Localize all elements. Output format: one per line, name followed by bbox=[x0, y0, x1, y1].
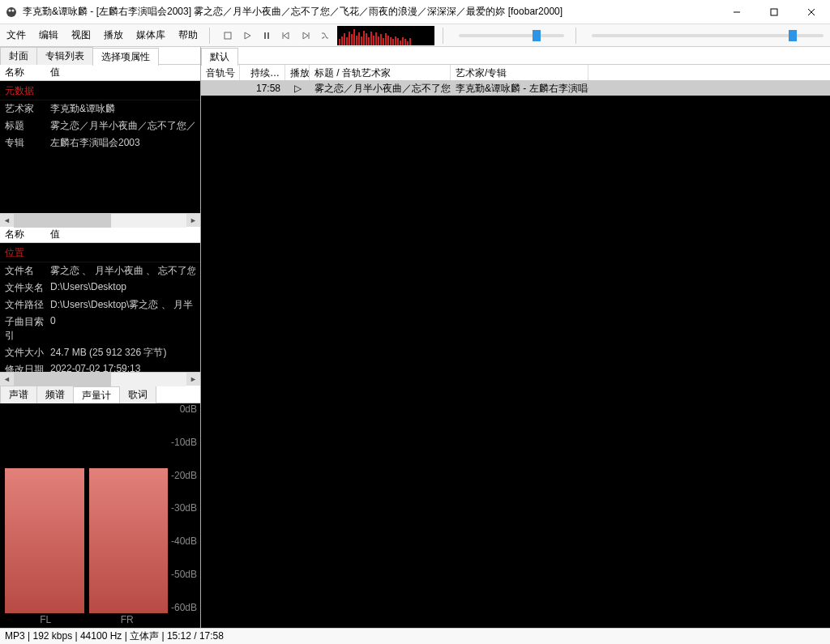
menu-help[interactable]: 帮助 bbox=[172, 24, 204, 46]
svg-marker-8 bbox=[245, 32, 250, 39]
svg-point-0 bbox=[6, 7, 16, 17]
left-pane: 封面 专辑列表 选择项属性 名称 值 元数据 艺术家李克勤&谭咏麟 标题雾之恋／… bbox=[0, 47, 201, 628]
hscrollbar[interactable]: ◄► bbox=[0, 372, 200, 386]
close-button[interactable] bbox=[793, 0, 830, 24]
menubar-toolbar: 文件 编辑 视图 播放 媒体库 帮助 bbox=[0, 24, 830, 47]
statusbar: MP3 | 192 kbps | 44100 Hz | 立体声 | 15:12 … bbox=[0, 628, 830, 644]
tab-cover[interactable]: 封面 bbox=[0, 47, 37, 65]
col-duration[interactable]: 持续… bbox=[240, 65, 285, 80]
prop-row[interactable]: 文件大小24.7 MB (25 912 326 字节) bbox=[0, 344, 200, 361]
group-location: 位置 bbox=[0, 243, 200, 262]
menu-view[interactable]: 视图 bbox=[65, 24, 97, 46]
minimize-button[interactable] bbox=[718, 0, 755, 24]
hscrollbar[interactable]: ◄► bbox=[0, 213, 200, 227]
prop-row[interactable]: 专辑左麟右李演唱会2003 bbox=[0, 134, 200, 151]
prop-header: 名称 值 bbox=[0, 227, 200, 243]
next-button[interactable] bbox=[297, 27, 314, 45]
tab-properties[interactable]: 选择项属性 bbox=[92, 48, 159, 66]
vu-bars bbox=[5, 468, 168, 613]
svg-point-1 bbox=[9, 9, 11, 11]
svg-marker-11 bbox=[284, 32, 289, 39]
col-name[interactable]: 名称 bbox=[0, 66, 45, 79]
vu-meter: 0dB -10dB -20dB -30dB -40dB -50dB -60dB … bbox=[0, 403, 200, 628]
properties-panel-mid: 名称 值 位置 文件名雾之恋 、 月半小夜曲 、 忘不了您 文件夹名D:\Use… bbox=[0, 227, 200, 386]
window-titlebar: 李克勤&谭咏麟 - [左麟右李演唱会2003] 雾之恋／月半小夜曲／忘不了您／飞… bbox=[0, 0, 830, 24]
prop-row[interactable]: 标题雾之恋／月半小夜曲／忘不了您／飞花／雨 bbox=[0, 117, 200, 134]
playlist-pane: 默认 音轨号 持续… 播放… 标题 / 音轨艺术家 艺术家/专辑 17:58 ▷… bbox=[201, 47, 830, 628]
left-tabs: 封面 专辑列表 选择项属性 bbox=[0, 47, 200, 65]
playlist-header: 音轨号 持续… 播放… 标题 / 音轨艺术家 艺术家/专辑 bbox=[201, 65, 830, 81]
volume-slider[interactable] bbox=[459, 34, 564, 37]
vu-bar-fl bbox=[5, 468, 84, 613]
col-track-no[interactable]: 音轨号 bbox=[201, 65, 240, 80]
col-artist[interactable]: 艺术家/专辑 bbox=[451, 65, 588, 80]
separator bbox=[209, 28, 214, 44]
vis-tabs: 声谱 频谱 声量计 歌词 bbox=[0, 386, 200, 403]
main-split: 封面 专辑列表 选择项属性 名称 值 元数据 艺术家李克勤&谭咏麟 标题雾之恋／… bbox=[0, 47, 830, 628]
prop-row[interactable]: 文件名雾之恋 、 月半小夜曲 、 忘不了您 bbox=[0, 262, 200, 279]
prev-button[interactable] bbox=[277, 27, 295, 45]
playlist-body[interactable]: 17:58 ▷ 雾之恋／月半小夜曲／忘不了您／… 李克勤&谭咏麟 - 左麟右李演… bbox=[201, 81, 830, 628]
now-playing-icon: ▷ bbox=[285, 83, 310, 94]
tab-spectrum[interactable]: 频谱 bbox=[36, 386, 74, 403]
col-value[interactable]: 值 bbox=[45, 228, 200, 241]
prop-body-location: 位置 文件名雾之恋 、 月半小夜曲 、 忘不了您 文件夹名D:\Users\De… bbox=[0, 243, 200, 372]
col-title[interactable]: 标题 / 音轨艺术家 bbox=[310, 65, 451, 80]
prop-row[interactable]: 文件路径D:\Users\Desktop\雾之恋 、 月半 bbox=[0, 296, 200, 313]
visualization-section: 声谱 频谱 声量计 歌词 0dB -10dB -20dB -30dB -40dB… bbox=[0, 386, 200, 628]
playlist-row[interactable]: 17:58 ▷ 雾之恋／月半小夜曲／忘不了您／… 李克勤&谭咏麟 - 左麟右李演… bbox=[201, 81, 830, 96]
separator bbox=[443, 28, 447, 44]
prop-body-metadata: 元数据 艺术家李克勤&谭咏麟 标题雾之恋／月半小夜曲／忘不了您／飞花／雨 专辑左… bbox=[0, 81, 200, 213]
tab-lyrics[interactable]: 歌词 bbox=[119, 386, 156, 403]
prop-header: 名称 值 bbox=[0, 65, 200, 81]
vu-channel-labels: FL FR bbox=[5, 614, 168, 625]
menu-edit[interactable]: 编辑 bbox=[32, 24, 65, 46]
playlist-tabs: 默认 bbox=[201, 47, 830, 65]
window-title: 李克勤&谭咏麟 - [左麟右李演唱会2003] 雾之恋／月半小夜曲／忘不了您／飞… bbox=[23, 5, 718, 19]
svg-point-2 bbox=[12, 9, 15, 11]
svg-marker-13 bbox=[303, 32, 308, 39]
prop-row[interactable]: 修改日期2022-07-02 17:59:13 bbox=[0, 361, 200, 372]
group-metadata: 元数据 bbox=[0, 81, 200, 100]
prop-row[interactable]: 文件夹名D:\Users\Desktop bbox=[0, 279, 200, 296]
seek-slider[interactable] bbox=[592, 34, 824, 37]
separator bbox=[575, 28, 580, 44]
tab-vumeter[interactable]: 声量计 bbox=[73, 386, 120, 404]
random-button[interactable] bbox=[316, 27, 334, 45]
col-value[interactable]: 值 bbox=[45, 66, 200, 79]
app-icon bbox=[5, 6, 18, 19]
playlist-tab-default[interactable]: 默认 bbox=[201, 48, 238, 66]
transport-controls bbox=[219, 27, 334, 45]
prop-row[interactable]: 子曲目索引0 bbox=[0, 313, 200, 344]
maximize-button[interactable] bbox=[755, 0, 793, 24]
toolbar-visualization[interactable] bbox=[337, 26, 434, 45]
menu-file[interactable]: 文件 bbox=[0, 24, 32, 46]
svg-rect-7 bbox=[225, 32, 231, 39]
stop-button[interactable] bbox=[219, 27, 237, 45]
pause-button[interactable] bbox=[258, 27, 276, 45]
vu-scale: 0dB -10dB -20dB -30dB -40dB -50dB -60dB bbox=[171, 403, 197, 613]
col-name[interactable]: 名称 bbox=[0, 228, 45, 241]
col-playing[interactable]: 播放… bbox=[285, 65, 310, 80]
play-button[interactable] bbox=[238, 27, 256, 45]
properties-panel-top: 名称 值 元数据 艺术家李克勤&谭咏麟 标题雾之恋／月半小夜曲／忘不了您／飞花／… bbox=[0, 65, 200, 227]
vu-bar-fr bbox=[89, 468, 169, 613]
prop-row[interactable]: 艺术家李克勤&谭咏麟 bbox=[0, 100, 200, 117]
menu-library[interactable]: 媒体库 bbox=[130, 24, 172, 46]
menubar: 文件 编辑 视图 播放 媒体库 帮助 bbox=[0, 24, 204, 46]
tab-spectrogram[interactable]: 声谱 bbox=[0, 386, 37, 403]
tab-album-list[interactable]: 专辑列表 bbox=[36, 47, 93, 65]
menu-playback[interactable]: 播放 bbox=[97, 24, 130, 46]
status-text: MP3 | 192 kbps | 44100 Hz | 立体声 | 15:12 … bbox=[5, 629, 224, 643]
svg-rect-4 bbox=[771, 9, 777, 15]
